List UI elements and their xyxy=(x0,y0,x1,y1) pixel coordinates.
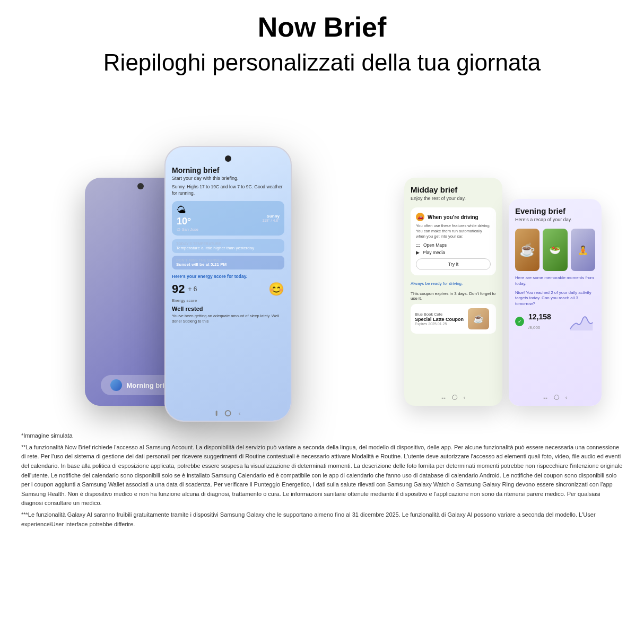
midday-subtitle: Enjoy the rest of your day. xyxy=(411,196,496,201)
nav-bar-icon xyxy=(216,411,217,416)
temp-label: Today's Temperature xyxy=(176,242,280,246)
energy-text-pre: Here's your xyxy=(172,274,198,279)
coupon-image: ☕ xyxy=(468,308,489,329)
temp-value: Temperature a little higher than yesterd… xyxy=(176,246,280,250)
midday-nav-bars: ⚏ xyxy=(441,395,446,400)
front-phone-screen: Morning brief Start your day with this b… xyxy=(166,147,291,421)
photo-meditation: 🧘 xyxy=(571,229,595,271)
always-text-post: . xyxy=(462,281,463,286)
driving-title: When you're driving xyxy=(428,214,478,220)
sunset-label: Don't miss the sunset xyxy=(176,258,280,262)
driving-header: 🚗 When you're driving xyxy=(416,213,491,221)
midday-title: Midday brief xyxy=(411,185,496,194)
cards-container: Midday brief Enjoy the rest of your day.… xyxy=(404,178,602,406)
always-text: Always be ready for driving. xyxy=(411,281,496,286)
play-icon: ▶ xyxy=(416,250,420,255)
phone-scene: Morning brief Morning brief Start your d… xyxy=(16,93,628,422)
evening-nav-bars: ⚏ xyxy=(543,395,547,400)
disclaimer-line3: ***Le funzionalità Galaxy AI saranno fru… xyxy=(21,510,623,529)
weather-left: 🌤 10° @ San Jose xyxy=(177,205,198,232)
open-maps-label: Open Maps xyxy=(423,242,447,248)
coupon-card: Blue Book Cafe Special Latte Coupon Expi… xyxy=(411,304,496,334)
header-section: Now Brief Riepiloghi personalizzati dell… xyxy=(16,0,628,82)
front-phone-nav: ‹ xyxy=(216,410,241,416)
energy-row: 92 + 6 😊 xyxy=(172,282,284,297)
play-media-label: Play media xyxy=(423,250,445,255)
steps-info: 12,158 /8,000 xyxy=(528,312,563,331)
weather-location: @ San Jose xyxy=(177,227,198,232)
steps-number: 12,158 xyxy=(528,312,551,321)
nice-text: Nice! You reached 2 of your daily activi… xyxy=(515,290,595,307)
sunset-section: Don't miss the sunset Sunset will be at … xyxy=(172,256,284,269)
weather-temp: 10° xyxy=(177,216,198,227)
front-phone-notch xyxy=(225,155,231,162)
morning-brief-subtitle: Start your day with this briefing. xyxy=(172,176,284,181)
nice-text-pre: Nice! You reached 2 of your xyxy=(515,290,569,295)
weather-icon: 🌤 xyxy=(177,205,198,216)
nav-back-icon: ‹ xyxy=(239,410,241,416)
energy-text-post: for today. xyxy=(226,274,247,279)
evening-nav-back: ‹ xyxy=(565,394,568,401)
photo-salad: 🥗 xyxy=(543,229,567,271)
evening-nav-home xyxy=(554,395,559,400)
morning-brief-icon xyxy=(110,379,122,391)
disclaimer-line2: **La funzionalità Now Brief richiede l'a… xyxy=(21,443,623,508)
well-rested-title: Well rested xyxy=(172,306,284,312)
coupon-brand: Blue Book Cafe xyxy=(415,312,464,317)
energy-link: energy score xyxy=(198,274,226,279)
evening-photos: ☕ 🥗 🧘 xyxy=(515,229,595,271)
steps-chart xyxy=(568,311,595,332)
try-it-button[interactable]: Try it xyxy=(416,258,491,270)
midday-nav-back: ‹ xyxy=(464,394,466,401)
coupon-title: Special Latte Coupon xyxy=(415,317,464,322)
back-phone-notch xyxy=(137,183,144,189)
nav-home-icon xyxy=(225,410,231,416)
always-text-pre: Always be ready for xyxy=(411,281,449,286)
maps-icon: ⚏ xyxy=(416,242,420,248)
always-link: driving xyxy=(449,281,462,286)
sunset-value: Sunset will be at 5:21 PM xyxy=(176,262,280,267)
midday-card: Midday brief Enjoy the rest of your day.… xyxy=(404,178,502,406)
memorable-text: Here are some memorable moments from tod… xyxy=(515,275,595,286)
driving-item-maps: ⚏ Open Maps xyxy=(416,242,491,248)
weather-condition: Sunny xyxy=(262,214,280,219)
phone-front: Morning brief Start your day with this b… xyxy=(164,146,292,422)
evening-title: Evening brief xyxy=(515,206,595,215)
driving-desc: You often use these features while drivi… xyxy=(416,223,491,239)
coupon-expires-text: This coupon expires in 3 days. Don't for… xyxy=(411,291,496,301)
midday-nav-home xyxy=(452,395,457,400)
driving-section: 🚗 When you're driving You often use thes… xyxy=(411,207,496,275)
weather-card: 🌤 10° @ San Jose Sunny 118° / 4.8° xyxy=(172,201,284,236)
disclaimer-section: *Immagine simulata **La funzionalità Now… xyxy=(16,422,628,536)
evening-card: Evening brief Here's a recap of your day… xyxy=(509,199,602,406)
morning-brief-title: Morning brief xyxy=(172,166,284,175)
energy-score-delta: + 6 xyxy=(188,285,197,293)
photo-coffee: ☕ xyxy=(515,229,539,271)
main-title: Now Brief xyxy=(16,11,628,43)
weather-range: 118° / 4.8° xyxy=(262,219,280,222)
morning-brief-weather-text: Sunny. Highs 17 to 19C and low 7 to 9C. … xyxy=(172,184,284,197)
evening-card-nav: ⚏ ‹ xyxy=(543,394,568,401)
midday-card-nav: ⚏ ‹ xyxy=(441,394,466,401)
subtitle: Riepiloghi personalizzati della tua gior… xyxy=(16,49,628,77)
steps-icon: ✓ xyxy=(515,317,524,326)
weather-right: Sunny 118° / 4.8° xyxy=(262,214,280,222)
disclaimer-line1: *Immagine simulata xyxy=(21,431,623,441)
energy-emoji: 😊 xyxy=(268,282,284,297)
energy-score-number: 92 xyxy=(172,282,185,296)
well-rested-text: You've been getting an adequate amount o… xyxy=(172,314,284,324)
energy-text: Here's your energy score for today. xyxy=(172,274,284,279)
page-container: Now Brief Riepiloghi personalizzati dell… xyxy=(0,0,644,547)
driving-icon: 🚗 xyxy=(416,213,424,221)
coupon-expires-date: Expires 2025.01.25 xyxy=(415,322,464,326)
steps-goal: /8,000 xyxy=(528,325,540,330)
temp-section: Today's Temperature Temperature a little… xyxy=(172,239,284,253)
driving-item-media: ▶ Play media xyxy=(416,250,491,255)
energy-label: Energy score xyxy=(172,298,284,303)
coupon-info: Blue Book Cafe Special Latte Coupon Expi… xyxy=(415,312,464,326)
disclaimer-text: *Immagine simulata **La funzionalità Now… xyxy=(21,431,623,529)
evening-subtitle: Here's a recap of your day. xyxy=(515,217,595,222)
steps-row: ✓ 12,158 /8,000 xyxy=(515,311,595,332)
